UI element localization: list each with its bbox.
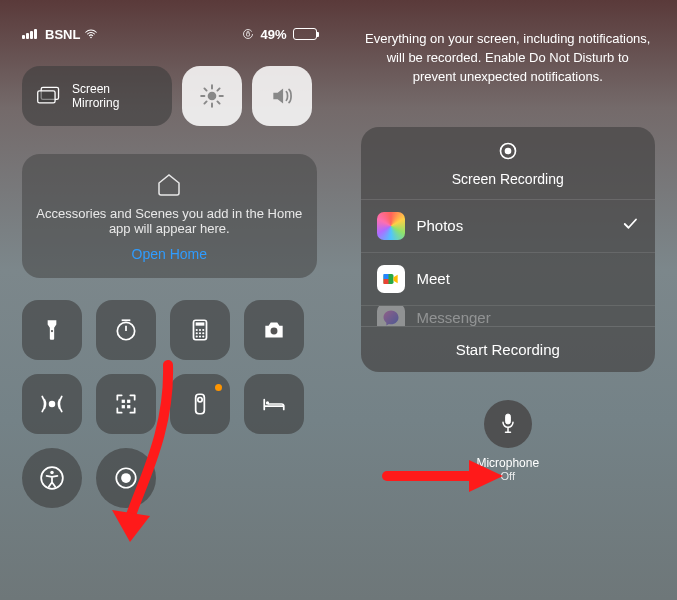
volume-tile[interactable]: [252, 66, 312, 126]
accessibility-shortcut-button[interactable]: [22, 448, 82, 508]
svg-rect-30: [122, 400, 125, 403]
svg-point-24: [202, 332, 204, 334]
qr-scan-tile[interactable]: [96, 374, 156, 434]
flashlight-tile[interactable]: [22, 300, 82, 360]
svg-rect-46: [383, 279, 388, 284]
svg-point-14: [51, 330, 53, 332]
microphone-icon: [498, 412, 518, 436]
bed-icon: [261, 391, 287, 417]
volume-icon: [269, 83, 295, 109]
calculator-icon: [187, 317, 213, 343]
carrier-label: BSNL: [45, 27, 80, 42]
svg-line-13: [204, 101, 206, 103]
svg-line-11: [217, 101, 219, 103]
microphone-label: Microphone: [339, 456, 678, 470]
svg-point-43: [504, 147, 511, 154]
svg-point-21: [202, 329, 204, 331]
svg-point-5: [208, 92, 217, 101]
svg-point-19: [196, 329, 198, 331]
destination-app-row[interactable]: Photos: [361, 200, 656, 253]
destination-app-row[interactable]: Meet: [361, 253, 656, 306]
calculator-tile[interactable]: [170, 300, 230, 360]
svg-rect-33: [127, 405, 130, 408]
home-pane-text: Accessories and Scenes you add in the Ho…: [36, 206, 303, 236]
messenger-app-icon: [377, 306, 405, 326]
svg-rect-47: [505, 414, 510, 424]
svg-point-0: [91, 37, 93, 39]
app-name-label: Messenger: [417, 309, 491, 326]
svg-point-36: [266, 401, 269, 404]
flashlight-icon: [39, 317, 65, 343]
battery-pct-label: 49%: [260, 27, 286, 42]
recording-panel-title: Screen Recording: [361, 171, 656, 187]
open-home-link[interactable]: Open Home: [36, 246, 303, 262]
svg-point-38: [50, 471, 53, 474]
microphone-state-label: Off: [339, 470, 678, 482]
apple-tv-remote-tile[interactable]: [170, 374, 230, 434]
hearing-tile[interactable]: [22, 374, 82, 434]
qr-icon: [113, 391, 139, 417]
svg-point-27: [202, 335, 204, 337]
svg-rect-45: [383, 274, 388, 279]
notification-dot-icon: [215, 384, 222, 391]
wifi-icon: [84, 27, 98, 41]
remote-icon: [187, 391, 213, 417]
svg-point-22: [196, 332, 198, 334]
svg-line-12: [217, 88, 219, 90]
screen-record-button[interactable]: [96, 448, 156, 508]
screen-mirroring-tile[interactable]: Screen Mirroring: [22, 66, 172, 126]
svg-point-20: [199, 329, 201, 331]
home-icon: [156, 172, 182, 196]
destination-app-row[interactable]: Messenger: [361, 306, 656, 326]
photos-app-icon: [377, 212, 405, 240]
svg-rect-2: [247, 33, 250, 36]
microphone-toggle-button[interactable]: [484, 400, 532, 448]
brightness-icon: [199, 83, 225, 109]
camera-tile[interactable]: [244, 300, 304, 360]
meet-app-icon: [377, 265, 405, 293]
timer-tile[interactable]: [96, 300, 156, 360]
svg-marker-41: [112, 510, 150, 542]
status-bar: BSNL 49%: [0, 0, 339, 60]
svg-point-40: [121, 473, 131, 483]
app-name-label: Photos: [417, 217, 464, 234]
svg-rect-31: [127, 400, 130, 403]
battery-icon: [293, 28, 317, 40]
home-accessories-pane[interactable]: Accessories and Scenes you add in the Ho…: [22, 154, 317, 278]
start-recording-button[interactable]: Start Recording: [361, 326, 656, 372]
screen-recording-sheet-panel: Everything on your screen, including not…: [339, 0, 678, 600]
recording-panel-header: Screen Recording: [361, 127, 656, 200]
orientation-lock-icon: [242, 28, 254, 40]
svg-point-25: [196, 335, 198, 337]
sleep-tile[interactable]: [244, 374, 304, 434]
control-center-panel: BSNL 49% Screen Mirroring Accessories an…: [0, 0, 339, 600]
record-icon: [498, 141, 518, 161]
hearing-icon: [39, 391, 65, 417]
brightness-tile[interactable]: [182, 66, 242, 126]
accessibility-icon: [39, 465, 65, 491]
cellular-signal-icon: [22, 29, 37, 39]
record-icon: [113, 465, 139, 491]
app-name-label: Meet: [417, 270, 450, 287]
recording-disclaimer-text: Everything on your screen, including not…: [339, 0, 678, 87]
svg-point-29: [49, 401, 56, 408]
camera-icon: [261, 317, 287, 343]
screen-mirroring-label: Screen Mirroring: [72, 82, 119, 111]
svg-rect-18: [196, 322, 205, 325]
timer-icon: [113, 317, 139, 343]
screen-recording-panel: Screen Recording Photos Meet Messenger S…: [361, 127, 656, 372]
svg-point-23: [199, 332, 201, 334]
svg-point-26: [199, 335, 201, 337]
check-icon: [621, 215, 639, 236]
svg-point-28: [271, 328, 278, 335]
svg-line-10: [204, 88, 206, 90]
svg-point-35: [198, 398, 202, 402]
svg-rect-32: [122, 405, 125, 408]
screen-mirroring-icon: [36, 83, 62, 109]
microphone-section: Microphone Off: [339, 400, 678, 482]
svg-rect-4: [38, 91, 55, 103]
svg-point-1: [244, 30, 253, 39]
